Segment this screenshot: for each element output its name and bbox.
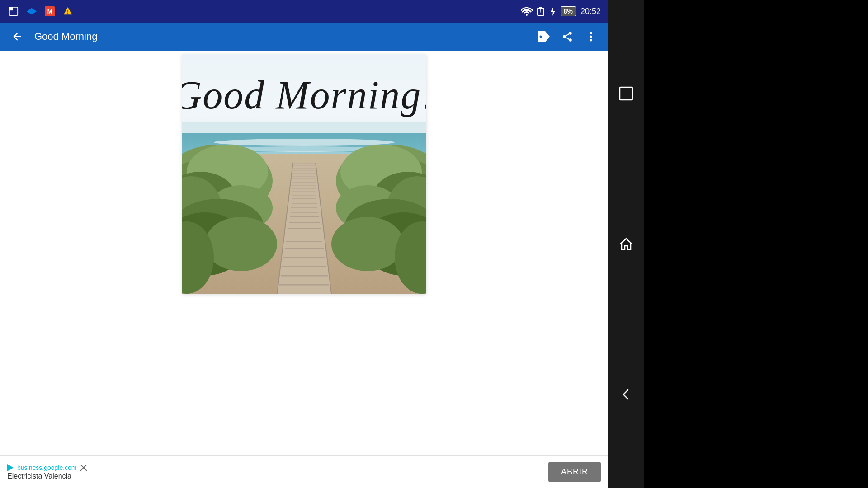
page-title: Good Morning [34,31,527,42]
battery-percent: 8% [561,6,576,16]
svg-point-15 [540,36,542,38]
image-card: Good Morning! [182,54,426,294]
svg-point-16 [569,32,572,35]
site-name: Electricista Valencia [7,472,548,480]
nav-back-button[interactable] [616,385,636,404]
svg-text:!: ! [540,9,541,14]
svg-point-38 [205,217,277,271]
content-area: Good Morning! [0,51,608,455]
share-button[interactable] [557,27,577,47]
svg-line-19 [566,38,569,39]
svg-text:M: M [47,8,52,15]
svg-rect-1 [9,7,13,10]
svg-text:!: ! [67,9,68,14]
abrir-button[interactable]: ABRIR [548,462,601,482]
svg-point-17 [563,35,566,38]
svg-rect-84 [620,87,632,100]
svg-point-22 [590,36,592,38]
home-button[interactable] [616,234,636,254]
back-button[interactable] [7,27,27,47]
more-options-button[interactable] [581,27,601,47]
status-bar-left: M ! [7,5,74,18]
url-text: business.google.com [17,464,77,471]
gmail-icon: M [43,5,56,18]
bottom-bar-info: business.google.com Electricista Valenci… [7,464,548,480]
svg-point-10 [526,14,528,16]
tag-button[interactable] [534,27,554,47]
play-icon [7,464,14,471]
svg-point-48 [331,217,404,271]
svg-point-23 [590,39,592,42]
svg-line-20 [566,34,569,36]
svg-rect-12 [539,7,542,8]
charging-icon [550,7,556,16]
svg-point-21 [590,32,592,34]
good-morning-image: Good Morning! [182,54,426,294]
battery-alert-icon: ! [537,6,545,16]
app-bar-actions [534,27,601,47]
close-icon[interactable] [80,465,87,471]
bottom-bar: business.google.com Electricista Valenci… [0,455,608,488]
svg-marker-81 [7,464,14,471]
dropbox-icon [25,5,38,18]
time-display: 20:52 [580,7,601,16]
app-bar: Good Morning [0,23,608,51]
warning-icon: ! [61,5,74,18]
nav-bar [608,0,644,488]
svg-point-26 [214,139,395,146]
status-bar-right: ! 8% 20:52 [521,6,601,16]
svg-marker-14 [551,7,555,16]
status-bar: M ! [0,0,608,23]
svg-point-18 [569,38,572,42]
gallery-icon [7,5,20,18]
svg-text:Good Morning!: Good Morning! [182,73,426,117]
bottom-url: business.google.com [7,464,548,471]
wifi-icon [521,6,533,16]
recent-apps-button[interactable] [616,84,636,103]
